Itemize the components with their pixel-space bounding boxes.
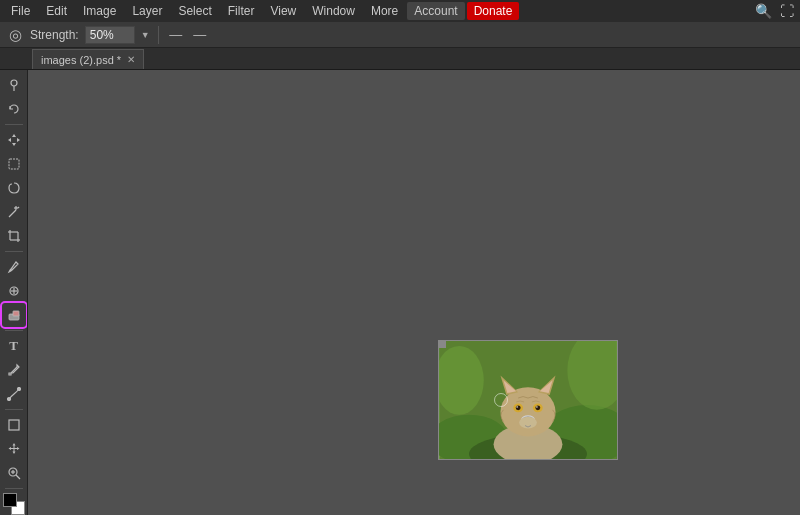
svg-marker-3: [12, 143, 16, 146]
tool-clone[interactable]: [3, 74, 25, 96]
svg-point-35: [500, 387, 555, 436]
tab-images-psd[interactable]: images (2).psd * ✕: [32, 49, 144, 69]
menubar: File Edit Image Layer Select Filter View…: [0, 0, 800, 22]
wolf-image: [439, 341, 617, 459]
strength-label: Strength:: [30, 28, 79, 42]
tab-bar: images (2).psd * ✕: [0, 48, 800, 70]
strength-dropdown-arrow[interactable]: ▼: [141, 30, 150, 40]
tab-label: images (2).psd *: [41, 54, 121, 66]
tool-history-brush[interactable]: [3, 98, 25, 120]
svg-line-11: [18, 207, 19, 208]
text-tool-label: T: [9, 338, 18, 354]
menu-account[interactable]: Account: [407, 2, 464, 20]
svg-point-22: [17, 388, 20, 391]
eraser-tool-icon[interactable]: ◎: [6, 26, 24, 44]
strength-input[interactable]: [85, 26, 135, 44]
tool-move[interactable]: [3, 129, 25, 151]
toolbar-separator-1: [158, 26, 159, 44]
fullscreen-icon[interactable]: ⛶: [778, 2, 796, 20]
canvas-wrapper: [438, 340, 618, 460]
tool-separator-3: [5, 330, 23, 331]
canvas-overlay-circle: [494, 393, 508, 407]
svg-point-43: [535, 405, 540, 410]
brush-style-1[interactable]: —: [167, 26, 185, 44]
svg-line-25: [16, 475, 20, 479]
tool-text[interactable]: T: [3, 335, 25, 357]
svg-rect-20: [13, 311, 19, 316]
main-area: T: [0, 70, 800, 515]
tool-zoom[interactable]: [3, 462, 25, 484]
tool-eraser[interactable]: [3, 304, 25, 326]
menu-more[interactable]: More: [364, 2, 405, 20]
tool-eyedropper[interactable]: [3, 359, 25, 381]
tool-crop[interactable]: [3, 225, 25, 247]
svg-point-42: [516, 405, 521, 410]
menu-view[interactable]: View: [263, 2, 303, 20]
tool-separator-4: [5, 409, 23, 410]
svg-rect-23: [9, 420, 19, 430]
tool-path[interactable]: [3, 383, 25, 405]
tool-separator-5: [5, 488, 23, 489]
svg-marker-2: [12, 134, 16, 137]
brush-style-2[interactable]: —: [191, 26, 209, 44]
tool-rect-select[interactable]: [3, 414, 25, 436]
canvas-area[interactable]: [28, 70, 800, 515]
menu-select[interactable]: Select: [171, 2, 218, 20]
menu-layer[interactable]: Layer: [125, 2, 169, 20]
tool-separator-1: [5, 124, 23, 125]
tool-separator-2: [5, 251, 23, 252]
svg-point-44: [516, 406, 518, 408]
tool-spot-heal[interactable]: [3, 280, 25, 302]
toolbox: T: [0, 70, 28, 515]
options-toolbar: ◎ Strength: ▼ — —: [0, 22, 800, 48]
menu-image[interactable]: Image: [76, 2, 123, 20]
menu-edit[interactable]: Edit: [39, 2, 74, 20]
tool-magic-wand[interactable]: [3, 201, 25, 223]
color-swatches[interactable]: [3, 493, 25, 515]
svg-marker-4: [8, 138, 11, 142]
foreground-color-swatch[interactable]: [3, 493, 17, 507]
menu-file[interactable]: File: [4, 2, 37, 20]
svg-marker-5: [17, 138, 20, 142]
menu-filter[interactable]: Filter: [221, 2, 262, 20]
svg-point-45: [536, 406, 538, 408]
search-icon[interactable]: 🔍: [754, 2, 772, 20]
canvas-corner-marker: [438, 340, 446, 348]
svg-point-21: [7, 398, 10, 401]
tool-marquee[interactable]: [3, 153, 25, 175]
svg-rect-6: [9, 159, 19, 169]
svg-point-0: [11, 80, 17, 86]
tab-close-button[interactable]: ✕: [127, 54, 135, 65]
tool-brush[interactable]: [3, 256, 25, 278]
svg-line-7: [9, 210, 16, 217]
tool-lasso[interactable]: [3, 177, 25, 199]
canvas-image[interactable]: [438, 340, 618, 460]
tool-pan[interactable]: [3, 438, 25, 460]
menu-donate[interactable]: Donate: [467, 2, 520, 20]
menu-window[interactable]: Window: [305, 2, 362, 20]
